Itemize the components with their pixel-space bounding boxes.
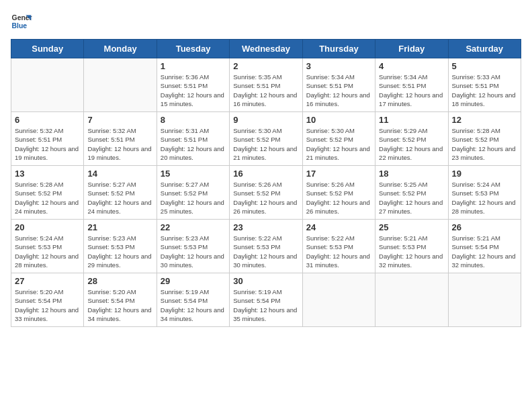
day-detail: Sunrise: 5:20 AMSunset: 5:54 PMDaylight:… — [15, 287, 80, 323]
day-detail: Sunrise: 5:26 AMSunset: 5:52 PMDaylight:… — [233, 180, 298, 216]
calendar-week-3: 13Sunrise: 5:28 AMSunset: 5:52 PMDayligh… — [11, 166, 521, 220]
calendar-cell — [302, 273, 375, 327]
day-number: 2 — [233, 61, 298, 71]
day-detail: Sunrise: 5:20 AMSunset: 5:54 PMDaylight:… — [87, 287, 152, 323]
calendar-week-1: 1Sunrise: 5:36 AMSunset: 5:51 PMDaylight… — [11, 58, 521, 112]
calendar-cell — [448, 273, 521, 327]
day-header-thursday: Thursday — [302, 40, 375, 58]
calendar-table: SundayMondayTuesdayWednesdayThursdayFrid… — [11, 39, 521, 327]
day-detail: Sunrise: 5:31 AMSunset: 5:51 PMDaylight:… — [161, 126, 226, 162]
day-number: 26 — [452, 222, 517, 232]
day-detail: Sunrise: 5:23 AMSunset: 5:53 PMDaylight:… — [87, 234, 152, 269]
header: General Blue — [11, 11, 521, 32]
day-detail: Sunrise: 5:23 AMSunset: 5:53 PMDaylight:… — [161, 234, 226, 269]
calendar-cell: 30Sunrise: 5:19 AMSunset: 5:54 PMDayligh… — [230, 273, 302, 327]
day-header-tuesday: Tuesday — [157, 40, 229, 58]
day-number: 18 — [379, 169, 444, 179]
calendar-cell: 4Sunrise: 5:34 AMSunset: 5:51 PMDaylight… — [375, 58, 448, 112]
day-detail: Sunrise: 5:28 AMSunset: 5:52 PMDaylight:… — [452, 126, 517, 162]
day-header-saturday: Saturday — [448, 40, 521, 58]
day-number: 20 — [15, 222, 80, 232]
calendar-week-5: 27Sunrise: 5:20 AMSunset: 5:54 PMDayligh… — [11, 273, 521, 327]
calendar-cell: 21Sunrise: 5:23 AMSunset: 5:53 PMDayligh… — [84, 220, 157, 273]
day-number: 7 — [87, 115, 152, 125]
day-detail: Sunrise: 5:34 AMSunset: 5:51 PMDaylight:… — [379, 73, 444, 108]
day-detail: Sunrise: 5:30 AMSunset: 5:52 PMDaylight:… — [233, 126, 298, 162]
calendar-body: 1Sunrise: 5:36 AMSunset: 5:51 PMDaylight… — [11, 58, 521, 327]
day-number: 30 — [233, 276, 298, 286]
logo-icon: General Blue — [11, 11, 32, 32]
day-detail: Sunrise: 5:27 AMSunset: 5:52 PMDaylight:… — [161, 180, 226, 216]
day-number: 25 — [379, 222, 444, 232]
day-number: 19 — [452, 169, 517, 179]
day-number: 8 — [161, 115, 226, 125]
day-number: 17 — [306, 169, 371, 179]
calendar-cell: 24Sunrise: 5:22 AMSunset: 5:53 PMDayligh… — [302, 220, 375, 273]
day-number: 29 — [161, 276, 226, 286]
calendar-cell: 22Sunrise: 5:23 AMSunset: 5:53 PMDayligh… — [157, 220, 229, 273]
calendar-cell: 18Sunrise: 5:25 AMSunset: 5:52 PMDayligh… — [375, 166, 448, 220]
calendar-cell: 27Sunrise: 5:20 AMSunset: 5:54 PMDayligh… — [11, 273, 84, 327]
calendar-cell: 29Sunrise: 5:19 AMSunset: 5:54 PMDayligh… — [157, 273, 229, 327]
day-detail: Sunrise: 5:24 AMSunset: 5:53 PMDaylight:… — [452, 180, 517, 216]
day-detail: Sunrise: 5:34 AMSunset: 5:51 PMDaylight:… — [306, 73, 371, 108]
calendar-cell: 11Sunrise: 5:29 AMSunset: 5:52 PMDayligh… — [375, 112, 448, 166]
svg-text:Blue: Blue — [12, 22, 28, 30]
day-detail: Sunrise: 5:22 AMSunset: 5:53 PMDaylight:… — [306, 234, 371, 269]
day-number: 24 — [306, 222, 371, 232]
day-detail: Sunrise: 5:35 AMSunset: 5:51 PMDaylight:… — [233, 73, 298, 108]
day-number: 3 — [306, 61, 371, 71]
calendar-cell: 14Sunrise: 5:27 AMSunset: 5:52 PMDayligh… — [84, 166, 157, 220]
day-detail: Sunrise: 5:26 AMSunset: 5:52 PMDaylight:… — [306, 180, 371, 216]
calendar-cell: 7Sunrise: 5:32 AMSunset: 5:51 PMDaylight… — [84, 112, 157, 166]
calendar-cell: 13Sunrise: 5:28 AMSunset: 5:52 PMDayligh… — [11, 166, 84, 220]
day-number: 14 — [87, 169, 152, 179]
day-detail: Sunrise: 5:28 AMSunset: 5:52 PMDaylight:… — [15, 180, 80, 216]
calendar-cell: 23Sunrise: 5:22 AMSunset: 5:53 PMDayligh… — [230, 220, 302, 273]
day-number: 23 — [233, 222, 298, 232]
day-detail: Sunrise: 5:21 AMSunset: 5:53 PMDaylight:… — [379, 234, 444, 269]
day-detail: Sunrise: 5:22 AMSunset: 5:53 PMDaylight:… — [233, 234, 298, 269]
calendar-cell — [375, 273, 448, 327]
calendar-cell: 15Sunrise: 5:27 AMSunset: 5:52 PMDayligh… — [157, 166, 229, 220]
day-detail: Sunrise: 5:21 AMSunset: 5:54 PMDaylight:… — [452, 234, 517, 269]
day-number: 27 — [15, 276, 80, 286]
day-detail: Sunrise: 5:36 AMSunset: 5:51 PMDaylight:… — [161, 73, 226, 108]
day-number: 9 — [233, 115, 298, 125]
calendar-cell: 6Sunrise: 5:32 AMSunset: 5:51 PMDaylight… — [11, 112, 84, 166]
day-number: 28 — [87, 276, 152, 286]
day-number: 21 — [87, 222, 152, 232]
day-number: 10 — [306, 115, 371, 125]
calendar-cell: 25Sunrise: 5:21 AMSunset: 5:53 PMDayligh… — [375, 220, 448, 273]
day-detail: Sunrise: 5:30 AMSunset: 5:52 PMDaylight:… — [306, 126, 371, 162]
logo: General Blue — [11, 11, 35, 32]
calendar-header-row: SundayMondayTuesdayWednesdayThursdayFrid… — [11, 40, 521, 58]
day-number: 16 — [233, 169, 298, 179]
day-detail: Sunrise: 5:19 AMSunset: 5:54 PMDaylight:… — [233, 287, 298, 323]
day-detail: Sunrise: 5:27 AMSunset: 5:52 PMDaylight:… — [87, 180, 152, 216]
calendar-cell: 20Sunrise: 5:24 AMSunset: 5:53 PMDayligh… — [11, 220, 84, 273]
calendar-cell — [84, 58, 157, 112]
calendar-cell — [11, 58, 84, 112]
day-number: 22 — [161, 222, 226, 232]
day-header-wednesday: Wednesday — [230, 40, 302, 58]
day-number: 12 — [452, 115, 517, 125]
day-detail: Sunrise: 5:24 AMSunset: 5:53 PMDaylight:… — [15, 234, 80, 269]
day-number: 5 — [452, 61, 517, 71]
calendar-cell: 9Sunrise: 5:30 AMSunset: 5:52 PMDaylight… — [230, 112, 302, 166]
day-number: 15 — [161, 169, 226, 179]
calendar-cell: 17Sunrise: 5:26 AMSunset: 5:52 PMDayligh… — [302, 166, 375, 220]
calendar-cell: 1Sunrise: 5:36 AMSunset: 5:51 PMDaylight… — [157, 58, 229, 112]
day-number: 13 — [15, 169, 80, 179]
calendar-cell: 10Sunrise: 5:30 AMSunset: 5:52 PMDayligh… — [302, 112, 375, 166]
day-header-sunday: Sunday — [11, 40, 84, 58]
calendar-cell: 2Sunrise: 5:35 AMSunset: 5:51 PMDaylight… — [230, 58, 302, 112]
calendar-week-2: 6Sunrise: 5:32 AMSunset: 5:51 PMDaylight… — [11, 112, 521, 166]
day-detail: Sunrise: 5:33 AMSunset: 5:51 PMDaylight:… — [452, 73, 517, 108]
calendar-cell: 5Sunrise: 5:33 AMSunset: 5:51 PMDaylight… — [448, 58, 521, 112]
day-header-friday: Friday — [375, 40, 448, 58]
calendar-cell: 28Sunrise: 5:20 AMSunset: 5:54 PMDayligh… — [84, 273, 157, 327]
day-header-monday: Monday — [84, 40, 157, 58]
day-detail: Sunrise: 5:32 AMSunset: 5:51 PMDaylight:… — [15, 126, 80, 162]
day-number: 4 — [379, 61, 444, 71]
